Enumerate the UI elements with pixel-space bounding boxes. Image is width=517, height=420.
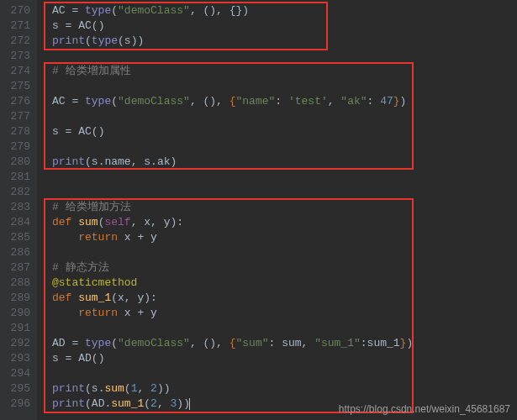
code-line[interactable]: # 给类增加方法 (37, 200, 517, 215)
code-line[interactable] (37, 109, 517, 124)
tok-rp: ) (144, 291, 150, 304)
tok-decorator: @staticmethod (52, 276, 137, 289)
line-number-gutter: 2702712722732742752762772782792802812822… (0, 0, 37, 420)
tok-var: x (124, 307, 131, 319)
code-line[interactable]: s = AC() (37, 18, 517, 34)
code-line[interactable] (37, 321, 517, 336)
line-number: 282 (5, 185, 30, 200)
tok-ref: sum_1 (367, 337, 400, 349)
tok-col: : (275, 95, 288, 108)
line-number: 286 (5, 245, 30, 260)
code-line[interactable] (37, 79, 517, 94)
tok-print: print (52, 382, 85, 395)
tok-cm: , (150, 216, 164, 228)
code-line[interactable]: print(s.name, s.ak) (37, 155, 517, 170)
tok-num: 2 (150, 382, 157, 395)
code-line[interactable]: def sum(self, x, y): (37, 215, 517, 230)
tok-cm: , (190, 4, 203, 17)
line-number: 292 (5, 336, 30, 351)
line-number: 280 (5, 155, 30, 170)
tok-var: s (52, 19, 59, 32)
tok-rp: ) (177, 397, 183, 410)
tok-lp: ( (111, 95, 118, 108)
tok-eq: = (66, 95, 85, 108)
tok-col: : (367, 95, 381, 108)
code-line[interactable] (37, 245, 517, 260)
line-number: 281 (5, 170, 30, 185)
line-number: 279 (5, 139, 30, 155)
tok-eq: = (59, 352, 78, 365)
tok-col: : (177, 216, 183, 228)
tok-tuple: () (203, 4, 216, 17)
tok-var: x (118, 291, 124, 304)
tok-call: AC (78, 125, 92, 138)
tok-str: "sum_1" (314, 337, 361, 349)
tok-var: y (164, 216, 171, 228)
tok-str: "ak" (340, 95, 367, 108)
cursor-icon (189, 398, 190, 410)
code-line[interactable]: def sum_1(x, y): (37, 291, 517, 306)
tok-num: 47 (380, 95, 393, 108)
tok-def: def (52, 291, 71, 304)
code-line[interactable]: print(type(s)) (37, 34, 517, 49)
tok-rp: ) (242, 4, 249, 17)
tok-rp: ) (164, 382, 171, 395)
tok-rp: ) (171, 155, 177, 168)
line-number: 293 (5, 351, 30, 366)
line-number: 276 (5, 94, 30, 109)
code-line[interactable]: s = AC() (37, 124, 517, 139)
code-line[interactable]: # 给类增加属性 (37, 64, 517, 79)
code-editor: 2702712722732742752762772782792802812822… (0, 0, 517, 420)
tok-rb: } (393, 95, 400, 108)
code-line[interactable] (37, 49, 517, 64)
tok-method: sum_1 (111, 397, 144, 410)
code-line[interactable]: AC = type("demoClass", (), {"name": 'tes… (37, 94, 517, 109)
tok-var: y (150, 307, 157, 319)
tok-str: "sum" (236, 337, 269, 349)
tok-str: "demoClass" (118, 4, 190, 17)
line-number: 285 (5, 230, 30, 245)
line-number: 278 (5, 124, 30, 139)
tok-type: type (85, 4, 111, 17)
tok-comment: # 给类增加属性 (52, 65, 131, 77)
code-line[interactable]: AD = type("demoClass", (), {"sum": sum, … (37, 336, 517, 351)
tok-rp: ) (400, 95, 407, 108)
line-number: 289 (5, 291, 30, 306)
tok-rp: ) (98, 19, 105, 32)
tok-cm: , (124, 291, 138, 304)
code-line[interactable] (37, 185, 517, 200)
tok-rp: ) (98, 352, 105, 365)
tok-str: "demoClass" (118, 337, 190, 349)
tok-rp: ) (98, 125, 105, 138)
code-line[interactable]: print(s.sum(1, 2)) (37, 381, 517, 396)
tok-lp: ( (92, 352, 98, 365)
tok-print: print (52, 397, 85, 410)
code-line[interactable]: # 静态方法 (37, 260, 517, 276)
tok-var: y (150, 231, 157, 244)
tok-lp: ( (92, 125, 98, 138)
tok-lp: ( (85, 155, 92, 168)
tok-def: def (52, 216, 71, 228)
code-line[interactable] (37, 366, 517, 381)
tok-cm: , (131, 216, 145, 228)
code-line[interactable]: return x + y (37, 306, 517, 321)
code-line[interactable]: s = AD() (37, 351, 517, 366)
code-line[interactable]: return x + y (37, 230, 517, 245)
tok-cm: , (190, 95, 203, 108)
tok-op: + (131, 231, 150, 244)
line-number: 291 (5, 321, 30, 336)
code-line[interactable] (37, 139, 517, 155)
code-line[interactable] (37, 170, 517, 185)
tok-fn: sum_1 (78, 291, 111, 304)
tok-var: s (92, 155, 98, 168)
tok-eq: = (66, 337, 85, 349)
tok-var: AD (92, 397, 105, 410)
line-number: 270 (5, 3, 30, 18)
line-number: 272 (5, 34, 30, 49)
code-area[interactable]: AC = type("demoClass", (), {}) s = AC() … (37, 0, 517, 420)
code-line[interactable]: @staticmethod (37, 276, 517, 291)
code-line[interactable]: AC = type("demoClass", (), {}) (37, 3, 517, 18)
tok-var: AC (52, 95, 66, 108)
tok-lp: ( (124, 382, 131, 395)
tok-mem: name (104, 155, 130, 168)
